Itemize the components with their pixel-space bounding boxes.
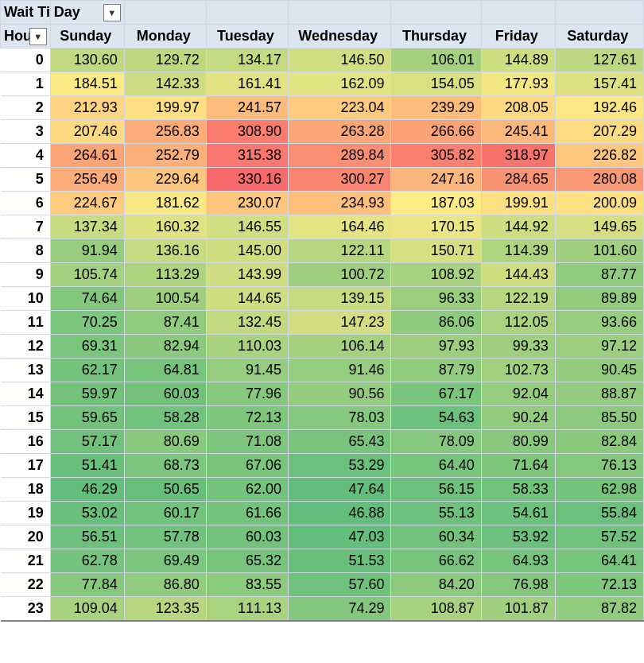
- hour-label: 10: [1, 287, 51, 311]
- heatmap-cell: 53.92: [481, 525, 555, 549]
- hour-label: 15: [1, 406, 51, 430]
- table-row: 1362.1764.8191.4591.4687.79102.7390.45: [1, 359, 644, 382]
- column-header-wednesday[interactable]: Wednesday: [289, 25, 391, 48]
- heatmap-cell: 87.79: [391, 359, 481, 382]
- heatmap-cell: 226.82: [555, 144, 643, 168]
- heatmap-cell: 82.94: [124, 335, 206, 359]
- heatmap-cell: 224.67: [50, 192, 124, 215]
- hour-label: 8: [1, 239, 51, 263]
- heatmap-cell: 92.04: [481, 382, 555, 406]
- table-row: 2162.7869.4965.3251.5366.6264.9364.41: [1, 549, 644, 573]
- heatmap-cell: 146.55: [206, 215, 288, 239]
- heatmap-cell: 111.13: [206, 597, 288, 622]
- row-field-header[interactable]: Hour ▼: [1, 25, 51, 48]
- heatmap-cell: 252.79: [124, 144, 206, 168]
- chevron-down-icon: ▼: [33, 32, 42, 41]
- heatmap-cell: 71.64: [481, 454, 555, 478]
- column-header-tuesday[interactable]: Tuesday: [206, 25, 288, 48]
- heatmap-cell: 145.00: [206, 239, 288, 263]
- heatmap-cell: 89.89: [555, 287, 643, 311]
- heatmap-cell: 289.84: [289, 144, 391, 168]
- heatmap-cell: 134.17: [206, 48, 288, 72]
- heatmap-cell: 90.45: [555, 359, 643, 382]
- heatmap-cell: 101.60: [555, 239, 643, 263]
- heatmap-cell: 110.03: [206, 335, 288, 359]
- hour-label: 9: [1, 263, 51, 287]
- heatmap-cell: 187.03: [391, 192, 481, 215]
- heatmap-cell: 76.98: [481, 573, 555, 597]
- heatmap-cell: 144.65: [206, 287, 288, 311]
- heatmap-cell: 64.81: [124, 359, 206, 382]
- hour-label: 2: [1, 96, 51, 120]
- heatmap-cell: 51.53: [289, 549, 391, 573]
- heatmap-cell: 58.28: [124, 406, 206, 430]
- column-header-sunday[interactable]: Sunday: [50, 25, 124, 48]
- heatmap-cell: 150.71: [391, 239, 481, 263]
- heatmap-cell: 72.13: [206, 406, 288, 430]
- heatmap-cell: 62.17: [50, 359, 124, 382]
- heatmap-cell: 53.29: [289, 454, 391, 478]
- heatmap-cell: 234.93: [289, 192, 391, 215]
- heatmap-cell: 72.13: [555, 573, 643, 597]
- table-row: 9105.74113.29143.99100.72108.92144.4387.…: [1, 263, 644, 287]
- heatmap-cell: 108.87: [391, 597, 481, 622]
- heatmap-cell: 57.78: [124, 525, 206, 549]
- row-field-dropdown[interactable]: ▼: [29, 28, 47, 45]
- heatmap-cell: 129.72: [124, 48, 206, 72]
- heatmap-cell: 50.65: [124, 478, 206, 502]
- hour-label: 19: [1, 502, 51, 525]
- header-blank: [481, 1, 555, 25]
- heatmap-cell: 77.96: [206, 382, 288, 406]
- heatmap-cell: 199.91: [481, 192, 555, 215]
- heatmap-cell: 102.73: [481, 359, 555, 382]
- column-header-friday[interactable]: Friday: [481, 25, 555, 48]
- heatmap-cell: 144.92: [481, 215, 555, 239]
- heatmap-cell: 130.60: [50, 48, 124, 72]
- heatmap-cell: 149.65: [555, 215, 643, 239]
- hour-label: 6: [1, 192, 51, 215]
- hour-label: 16: [1, 430, 51, 454]
- hour-label: 12: [1, 335, 51, 359]
- heatmap-cell: 87.77: [555, 263, 643, 287]
- heatmap-cell: 114.39: [481, 239, 555, 263]
- table-row: 7137.34160.32146.55164.46170.15144.92149…: [1, 215, 644, 239]
- hour-label: 14: [1, 382, 51, 406]
- heatmap-cell: 57.17: [50, 430, 124, 454]
- heatmap-cell: 90.56: [289, 382, 391, 406]
- hour-label: 17: [1, 454, 51, 478]
- heatmap-cell: 90.24: [481, 406, 555, 430]
- heatmap-cell: 136.16: [124, 239, 206, 263]
- heatmap-cell: 60.03: [206, 525, 288, 549]
- heatmap-cell: 53.02: [50, 502, 124, 525]
- hour-label: 20: [1, 525, 51, 549]
- value-field-label: Wait Time: [4, 4, 50, 21]
- heatmap-cell: 60.03: [124, 382, 206, 406]
- column-field-header[interactable]: Day ▼: [50, 1, 124, 25]
- hour-label: 0: [1, 48, 51, 72]
- heatmap-cell: 74.64: [50, 287, 124, 311]
- column-header-thursday[interactable]: Thursday: [391, 25, 481, 48]
- table-row: 891.94136.16145.00122.11150.71114.39101.…: [1, 239, 644, 263]
- table-row: 5256.49229.64330.16300.27247.16284.65280…: [1, 168, 644, 192]
- hour-label: 3: [1, 120, 51, 144]
- hour-label: 11: [1, 311, 51, 335]
- column-header-monday[interactable]: Monday: [124, 25, 206, 48]
- heatmap-cell: 207.46: [50, 120, 124, 144]
- heatmap-cell: 62.00: [206, 478, 288, 502]
- column-header-saturday[interactable]: Saturday: [555, 25, 643, 48]
- hour-label: 21: [1, 549, 51, 573]
- heatmap-cell: 308.90: [206, 120, 288, 144]
- heatmap-cell: 88.87: [555, 382, 643, 406]
- heatmap-cell: 46.88: [289, 502, 391, 525]
- heatmap-cell: 247.16: [391, 168, 481, 192]
- heatmap-cell: 60.17: [124, 502, 206, 525]
- heatmap-cell: 64.41: [555, 549, 643, 573]
- column-field-dropdown[interactable]: ▼: [103, 4, 121, 21]
- hour-label: 22: [1, 573, 51, 597]
- heatmap-cell: 46.29: [50, 478, 124, 502]
- heatmap-cell: 85.50: [555, 406, 643, 430]
- table-row: 0130.60129.72134.17146.50106.01144.89127…: [1, 48, 644, 72]
- heatmap-cell: 70.25: [50, 311, 124, 335]
- heatmap-cell: 78.03: [289, 406, 391, 430]
- heatmap-cell: 139.15: [289, 287, 391, 311]
